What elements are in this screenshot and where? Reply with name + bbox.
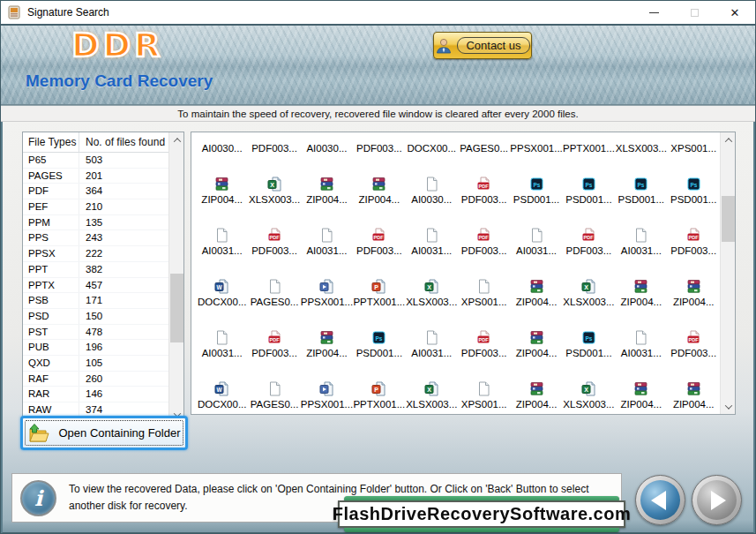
svg-text:PDF: PDF [269,235,280,240]
file-item[interactable]: ZIP004... [196,154,248,205]
grid-scroll-down-arrow-icon[interactable] [721,399,736,414]
table-row[interactable]: PST478 [23,325,168,341]
grid-scroll-up-arrow-icon[interactable] [721,132,736,147]
file-item[interactable]: WDOCX00... [196,358,248,410]
file-item[interactable]: PPPTX001... [353,256,405,307]
file-item[interactable]: AI0031... [196,205,248,256]
table-row[interactable]: PUB196 [23,340,168,356]
file-types-table: File Types No. of files found P65503PAGE… [22,132,184,423]
file-item[interactable]: AI0031... [301,205,353,256]
back-button[interactable] [635,475,685,525]
file-item[interactable]: PDFPDF003... [668,205,720,256]
files-found-cell: 260 [79,372,168,387]
table-row[interactable]: PDF364 [23,184,168,199]
file-item[interactable]: ZIP004... [668,358,720,410]
file-item[interactable]: PAGES0... [248,256,300,307]
file-item-label: PPTX001... [353,297,405,307]
table-row[interactable]: P65503 [23,153,168,169]
table-row[interactable]: RAR146 [23,387,168,402]
file-item[interactable]: AI0030... [301,135,353,154]
table-row[interactable]: PPT382 [23,262,168,278]
file-type-cell: PPSX [23,246,79,261]
table-scrollbar[interactable] [168,132,183,422]
file-item[interactable]: XXLSX003... [563,256,615,307]
file-item[interactable]: XPS001... [458,256,510,307]
file-item[interactable]: PDFPDF003... [563,205,615,256]
file-item[interactable]: AI0031... [406,307,458,358]
file-item[interactable]: AI0031... [406,205,458,256]
table-row[interactable]: QXD105 [23,356,168,372]
maximize-button[interactable] [674,1,715,24]
file-item[interactable]: ZIP004... [615,256,667,307]
file-item[interactable]: PsPSD001... [510,154,562,205]
file-item[interactable]: PsPSD001... [668,154,720,205]
next-button[interactable] [692,475,742,525]
table-row[interactable]: PPM135 [23,215,168,231]
file-item[interactable]: PAGES0... [248,358,300,410]
blank-file-icon [476,381,491,396]
file-item[interactable]: DOCX00... [406,135,458,154]
file-item[interactable]: PDFPDF003... [668,307,720,358]
table-scroll-thumb[interactable] [170,274,183,342]
scroll-up-arrow-icon[interactable] [169,132,184,147]
file-item[interactable]: PPTX001... [563,135,615,154]
file-item[interactable]: XXLSX003... [406,256,458,307]
table-row[interactable]: PPS243 [23,230,168,246]
grid-scroll-thumb[interactable] [722,196,735,242]
file-item[interactable]: PsPSD001... [563,307,615,358]
file-item[interactable]: PDF003... [353,135,405,154]
table-row[interactable]: PSD150 [23,309,168,325]
file-item[interactable]: XPS001... [458,358,510,410]
file-item[interactable]: WDOCX00... [196,256,248,307]
file-item[interactable]: PDFPDF003... [248,205,300,256]
file-item[interactable]: XLSX003... [615,135,667,154]
file-item[interactable]: PsPSD001... [563,154,615,205]
psd-file-icon: Ps [633,177,648,192]
file-item[interactable]: PDFPDF003... [458,307,510,358]
file-item[interactable]: PsPSD001... [615,154,667,205]
file-item[interactable]: PAGES0... [458,135,510,154]
file-item[interactable]: ZIP004... [301,154,353,205]
file-item[interactable]: AI0031... [615,205,667,256]
close-button[interactable]: ✕ [715,1,755,24]
file-item[interactable]: AI0031... [196,307,248,358]
file-item[interactable]: XXLSX003... [563,358,615,410]
table-row[interactable]: PPTX457 [23,278,168,294]
svg-text:Ps: Ps [585,182,592,188]
file-item[interactable]: PsPSD001... [353,307,405,358]
file-item[interactable]: ZIP004... [510,256,562,307]
table-row[interactable]: PPSX222 [23,246,168,262]
file-item[interactable]: AI0030... [406,154,458,205]
open-containing-folder-button[interactable]: Open Containing Folder [20,416,188,450]
file-item-label: AI0031... [411,348,452,358]
file-item[interactable]: PDF003... [248,135,300,154]
file-item[interactable]: ZIP004... [510,307,562,358]
file-item[interactable]: ZIP004... [615,358,667,410]
file-item[interactable]: ZIP004... [353,154,405,205]
file-item[interactable]: AI0031... [510,205,562,256]
file-item[interactable]: ZIP004... [301,307,353,358]
file-item[interactable]: PPPTX001... [353,358,405,410]
file-item[interactable]: PPSX001... [301,256,353,307]
file-item[interactable]: AI0031... [615,307,667,358]
table-row[interactable]: PEF210 [23,199,168,215]
minimize-button[interactable] [633,1,674,24]
file-item[interactable]: PDFPDF003... [353,205,405,256]
file-item[interactable]: PPSX001... [301,358,353,410]
files-found-cell: 243 [79,230,168,245]
file-item[interactable]: XXLSX003... [248,154,300,205]
file-item[interactable]: AI0030... [196,135,248,154]
contact-us-button[interactable]: Contact us [433,32,532,59]
table-row[interactable]: PSB171 [23,293,168,309]
grid-scrollbar[interactable] [720,132,735,414]
table-row[interactable]: RAF260 [23,372,168,387]
file-item[interactable]: PDFPDF003... [458,154,510,205]
file-item[interactable]: ZIP004... [510,358,562,410]
file-item[interactable]: XPS001... [668,135,720,154]
file-item[interactable]: ZIP004... [668,256,720,307]
file-item[interactable]: PDFPDF003... [248,307,300,358]
file-item[interactable]: PDFPDF003... [458,205,510,256]
table-row[interactable]: PAGES201 [23,169,168,184]
file-item[interactable]: PPSX001... [510,135,562,154]
file-item[interactable]: XXLSX003... [406,358,458,410]
